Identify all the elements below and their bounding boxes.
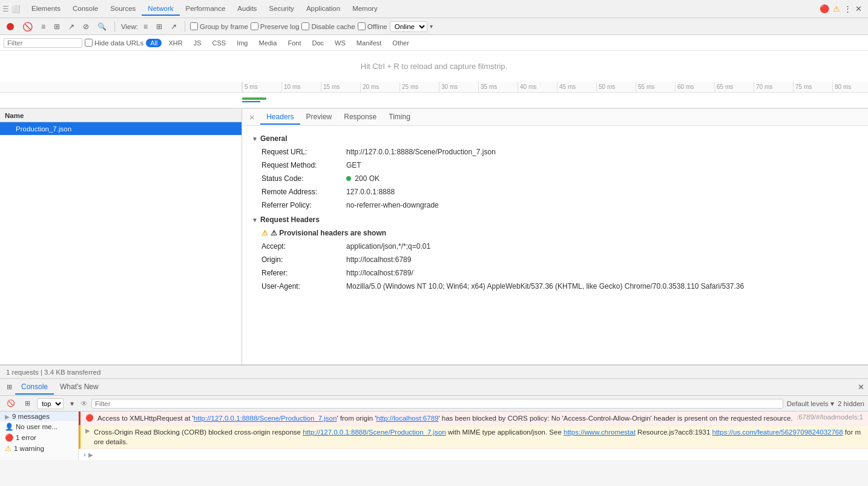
hide-data-urls-label[interactable]: Hide data URLs — [85, 39, 143, 47]
filter-css-button[interactable]: CSS — [208, 39, 231, 47]
stop-button[interactable]: 🚫 — [19, 20, 36, 33]
console-close-button[interactable]: ✕ — [858, 383, 864, 392]
record-icon — [7, 23, 14, 30]
filter-media-button[interactable]: Media — [254, 39, 281, 47]
grouped-view-button[interactable]: ↗ — [168, 21, 180, 33]
console-error-msg-1: 🔴 Access to XMLHttpRequest at 'http://12… — [79, 412, 868, 425]
filter-js-button[interactable]: JS — [189, 39, 206, 47]
warning-expand-arrow[interactable]: ▶ — [85, 427, 90, 434]
console-context-dropdown[interactable]: ▾ — [67, 398, 77, 410]
offline-checkbox[interactable] — [358, 22, 366, 30]
sidebar-errors[interactable]: 🔴 1 error — [0, 432, 78, 443]
error-url2-link[interactable]: http://localhost:6789 — [376, 415, 438, 422]
close-devtools-button[interactable]: ✕ — [855, 4, 862, 13]
request-item-production7[interactable]: Production_7.json — [0, 122, 242, 136]
search-button[interactable]: 🔍 — [94, 21, 110, 33]
request-url-value: http://127.0.0.1:8888/Scene/Production_7… — [346, 146, 496, 157]
request-headers-section-header[interactable]: ▼ Request Headers — [252, 212, 858, 226]
tab-console[interactable]: Console — [67, 2, 104, 16]
filter-font-button[interactable]: Font — [283, 39, 305, 47]
view-list-button[interactable]: ≡ — [38, 21, 48, 33]
group-by-frame-text: Group by frame — [200, 23, 248, 30]
details-tab-preview[interactable]: Preview — [300, 110, 338, 125]
view-tree-button[interactable]: ⊞ — [51, 21, 63, 33]
tab-sources[interactable]: Sources — [104, 2, 142, 16]
filter-doc-button[interactable]: Doc — [307, 39, 328, 47]
cursor-button[interactable]: ↗ — [65, 21, 77, 33]
referrer-policy-row: Referrer Policy: no-referrer-when-downgr… — [252, 199, 858, 212]
filter-img-button[interactable]: Img — [232, 39, 252, 47]
details-tab-headers[interactable]: Headers — [260, 110, 300, 125]
tab-security[interactable]: Security — [263, 2, 300, 16]
filter-other-button[interactable]: Other — [388, 39, 413, 47]
request-method-row: Request Method: GET — [252, 159, 858, 172]
console-filter-input[interactable] — [91, 399, 783, 409]
warning-url2-link[interactable]: https://www.chromestat — [564, 429, 636, 436]
details-close-button[interactable]: × — [246, 111, 258, 123]
tab-performance[interactable]: Performance — [180, 2, 232, 16]
grid-view-button[interactable]: ⊞ — [153, 21, 165, 33]
request-url-row: Request URL: http://127.0.0.1:8888/Scene… — [252, 145, 858, 159]
error-msg-icon-1: 🔴 — [85, 414, 94, 422]
tab-network[interactable]: Network — [142, 2, 179, 16]
error-url1-link[interactable]: http://127.0.0.1:8888/Scene/Production_7… — [194, 415, 337, 422]
group-by-frame-checkbox[interactable] — [190, 22, 198, 30]
console-sidebar-toggle[interactable]: ⊞ — [4, 381, 15, 393]
main-area: Name Production_7.json × Headers Preview… — [0, 109, 868, 365]
warning-text-3: Resource.js?acc8:1931 — [636, 429, 710, 436]
preserve-log-label[interactable]: Preserve log — [251, 22, 300, 30]
record-button[interactable] — [4, 21, 17, 32]
sidebar-no-user-messages[interactable]: 👤 No user me... — [0, 421, 78, 432]
console-sidebar-button[interactable]: ⊞ — [22, 398, 33, 409]
list-view-button[interactable]: ≡ — [140, 21, 151, 33]
group-by-frame-label[interactable]: Group by frame — [190, 22, 248, 30]
tick-45ms: 45 ms — [557, 82, 596, 92]
remote-address-label: Remote Address: — [261, 186, 346, 197]
status-code-value: 200 OK — [346, 173, 380, 184]
request-headers-arrow: ▼ — [252, 217, 258, 223]
details-tab-timing[interactable]: Timing — [383, 110, 416, 125]
console-tab-whatsnew[interactable]: What's New — [54, 380, 105, 395]
expand-icon-messages: ▶ — [5, 413, 10, 420]
details-content: ▼ General Request URL: http://127.0.0.1:… — [242, 126, 868, 298]
filter-xhr-button[interactable]: XHR — [164, 39, 186, 47]
preserve-log-checkbox[interactable] — [251, 22, 258, 30]
request-item-name: Production_7.json — [16, 125, 71, 133]
warning-url1-link[interactable]: http://127.0.0.1:8888/Scene/Production_7… — [303, 429, 446, 436]
all-messages-label: 9 messages — [12, 413, 50, 420]
console-context-select[interactable]: top — [37, 398, 64, 409]
details-tab-response[interactable]: Response — [338, 110, 383, 125]
origin-label: Origin: — [261, 254, 346, 265]
errors-label: 1 error — [16, 434, 36, 441]
tab-elements[interactable]: Elements — [25, 2, 67, 16]
console-area: ⊞ Console What's New ✕ 🚫 ⊞ top ▾ 👁 Defau… — [0, 378, 868, 460]
disable-cache-label[interactable]: Disable cache — [301, 22, 355, 30]
console-tab-console[interactable]: Console — [15, 380, 54, 395]
network-throttle-select[interactable]: Online — [390, 21, 427, 32]
console-toolbar: 🚫 ⊞ top ▾ 👁 Default levels ▾ 2 hidden — [0, 396, 868, 412]
tick-80ms: 80 ms — [832, 82, 868, 92]
more-options-button[interactable]: ⋮ — [844, 4, 852, 13]
tab-application[interactable]: Application — [300, 2, 346, 16]
request-url-label: Request URL: — [261, 146, 346, 157]
sidebar-all-messages[interactable]: ▶ 9 messages — [0, 412, 78, 421]
hide-data-urls-checkbox[interactable] — [85, 39, 93, 47]
tab-memory[interactable]: Memory — [346, 2, 384, 16]
sidebar-warnings[interactable]: ⚠ 1 warning — [0, 443, 78, 454]
offline-label[interactable]: Offline — [358, 22, 387, 30]
details-panel: × Headers Preview Response Timing ▼ Gene… — [242, 109, 868, 364]
warning-url3-link[interactable]: https://us.com/feature/5629709824032768 — [712, 429, 843, 436]
filter-manifest-button[interactable]: Manifest — [352, 39, 386, 47]
tab-audits[interactable]: Audits — [231, 2, 263, 16]
tree-icon: ⊞ — [54, 22, 60, 31]
remote-address-value: 127.0.0.1:8888 — [346, 186, 395, 197]
network-status-bar: 1 requests | 3.4 KB transferred — [0, 365, 868, 378]
general-section-header[interactable]: ▼ General — [252, 131, 858, 145]
disable-cache-checkbox[interactable] — [301, 22, 309, 30]
tick-50ms: 50 ms — [596, 82, 636, 92]
console-clear-button[interactable]: 🚫 — [4, 398, 18, 409]
toolbar-separator-1 — [114, 21, 115, 32]
filter-input[interactable] — [4, 38, 82, 48]
filter-ws-button[interactable]: WS — [330, 39, 350, 47]
filter-button[interactable]: ⊘ — [80, 21, 92, 33]
